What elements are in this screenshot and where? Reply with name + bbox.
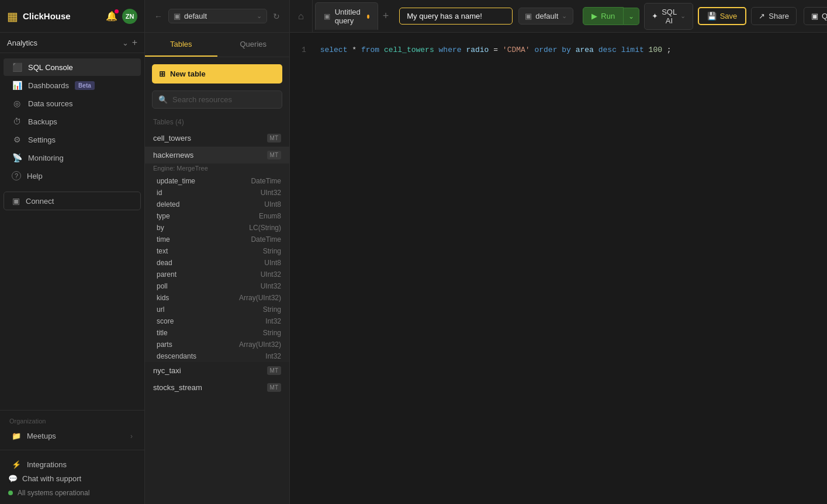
run-button-group: ▶ Run ⌄ <box>583 7 639 25</box>
db-picker-name: default <box>535 12 558 20</box>
code-semicolon: ; <box>667 46 672 54</box>
system-status: All systems operational <box>8 489 136 497</box>
org-label: Organization <box>0 415 144 427</box>
avatar-initials: ZN <box>126 13 134 20</box>
notification-dot <box>115 9 119 13</box>
field-row: score Int32 <box>145 315 289 327</box>
query-name-input[interactable] <box>399 8 513 25</box>
workspace-selector[interactable]: Analytics ⌄ + <box>0 33 144 53</box>
table-engine-badge: MT <box>267 366 281 375</box>
chevron-right-icon: › <box>130 432 133 440</box>
query-tab[interactable]: ▣ Untitled query <box>315 2 378 30</box>
bell-button[interactable]: 🔔 <box>106 11 117 22</box>
back-button[interactable]: ← <box>152 9 165 23</box>
sidebar-item-monitoring[interactable]: 📡 Monitoring <box>4 149 141 166</box>
code-editor[interactable]: 1 select * from cell_towers where radio … <box>290 33 827 504</box>
backups-icon: ⏱ <box>12 117 22 126</box>
share-button[interactable]: ↗ Share <box>751 7 797 25</box>
share-icon: ↗ <box>759 12 765 20</box>
queries-tab-label: Queries <box>240 40 267 48</box>
sql-ai-button[interactable]: ✦ SQL AI ⌄ <box>644 3 693 30</box>
db-picker-chevron: ⌄ <box>562 12 567 20</box>
search-placeholder: Search resources <box>172 95 232 104</box>
workspace-add-icon[interactable]: + <box>132 37 137 48</box>
table-row[interactable]: nyc_taxi MT <box>145 362 289 379</box>
table-name: nyc_taxi <box>153 366 181 375</box>
new-table-button[interactable]: ⊞ New table <box>152 64 282 84</box>
search-icon: 🔍 <box>158 95 168 104</box>
queries-icon: ▣ <box>811 12 818 20</box>
db-selector[interactable]: ▣ default ⌄ <box>168 9 267 23</box>
sidebar-item-data-sources[interactable]: ◎ Data sources <box>4 95 141 112</box>
query-db-picker[interactable]: ▣ default ⌄ <box>518 8 573 25</box>
sidebar-item-sql-console[interactable]: ⬛ SQL Console <box>4 58 141 76</box>
chat-support-button[interactable]: 💬 Chat with support <box>8 472 136 485</box>
tab-queries[interactable]: Queries <box>217 33 290 57</box>
middle-tabs: Tables Queries <box>145 33 289 57</box>
table-engine-badge: MT <box>267 151 281 159</box>
sidebar-item-label: Settings <box>28 135 56 144</box>
app-name: ClickHouse <box>23 11 71 21</box>
new-table-label: New table <box>170 69 206 78</box>
table-engine-badge: MT <box>267 134 281 142</box>
home-button[interactable]: ⌂ <box>290 0 313 32</box>
field-type: DateTime <box>251 177 281 185</box>
table-row[interactable]: hackernews MT <box>145 147 289 164</box>
table-engine-badge: MT <box>267 383 281 392</box>
share-label: Share <box>769 12 789 20</box>
logo-area: ▦ ClickHouse <box>7 9 71 23</box>
field-name: text <box>157 247 168 255</box>
field-row: title String <box>145 327 289 339</box>
db-chevron-icon: ⌄ <box>257 12 262 20</box>
middle-panel: ← ▣ default ⌄ ↻ Tables Queries ⊞ New tab… <box>145 0 290 504</box>
code-keyword-limit: limit <box>621 46 644 54</box>
field-type: String <box>263 305 281 314</box>
connect-label: Connect <box>26 197 54 206</box>
save-button[interactable]: 💾 Save <box>698 7 747 25</box>
integrations-button[interactable]: ⚡ Integrations <box>12 458 133 471</box>
field-name: id <box>157 189 162 197</box>
table-row[interactable]: cell_towers MT <box>145 130 289 147</box>
add-tab-button[interactable]: + <box>378 8 394 25</box>
sidebar-header: ▦ ClickHouse 🔔 ZN <box>0 0 144 33</box>
run-button[interactable]: ▶ Run <box>583 7 624 25</box>
help-icon: ? <box>12 171 21 180</box>
code-keyword-from: from <box>361 46 379 54</box>
sidebar-item-label: Data sources <box>28 99 73 108</box>
field-type: Int32 <box>265 317 281 325</box>
home-icon: ⌂ <box>298 11 304 22</box>
code-limit-value: 100 <box>649 46 662 54</box>
table-expanded: hackernews MT Engine: MergeTree update_t… <box>145 147 289 362</box>
code-column-radio: radio <box>466 46 489 54</box>
code-keyword-where: where <box>439 46 462 54</box>
tab-tables[interactable]: Tables <box>145 33 217 57</box>
connect-button[interactable]: ▣ Connect <box>4 192 141 210</box>
query-tab-icon: ▣ <box>324 12 330 20</box>
sql-ai-label: SQL AI <box>662 8 677 25</box>
integrations-icon: ⚡ <box>12 460 21 469</box>
line-number: 1 <box>302 46 306 54</box>
run-dropdown-chevron-icon: ⌄ <box>628 12 634 20</box>
field-name: by <box>157 224 164 232</box>
run-dropdown-button[interactable]: ⌄ <box>624 8 639 25</box>
table-row[interactable]: stocks_stream MT <box>145 379 289 396</box>
avatar[interactable]: ZN <box>122 9 137 24</box>
code-keyword-by: by <box>562 46 571 54</box>
table-name: hackernews <box>153 151 193 159</box>
field-row: descendants Int32 <box>145 350 289 362</box>
sidebar-item-help[interactable]: ? Help <box>4 167 141 185</box>
refresh-button[interactable]: ↻ <box>271 9 282 23</box>
chat-support-label: Chat with support <box>22 474 81 483</box>
field-name: title <box>157 329 168 337</box>
field-row: poll UInt32 <box>145 280 289 292</box>
search-resources-input[interactable]: 🔍 Search resources <box>152 91 282 109</box>
queries-button[interactable]: ▣ Queries <box>804 7 827 25</box>
sidebar-item-meetups[interactable]: 📁 Meetups › <box>4 427 141 444</box>
connect-icon: ▣ <box>12 196 20 206</box>
sidebar-item-dashboards[interactable]: 📊 Dashboards Beta <box>4 77 141 94</box>
sidebar-item-backups[interactable]: ⏱ Backups <box>4 113 141 130</box>
field-name: update_time <box>157 177 195 185</box>
integrations-label: Integrations <box>27 460 67 469</box>
table-name: stocks_stream <box>153 383 202 392</box>
sidebar-item-settings[interactable]: ⚙ Settings <box>4 131 141 148</box>
